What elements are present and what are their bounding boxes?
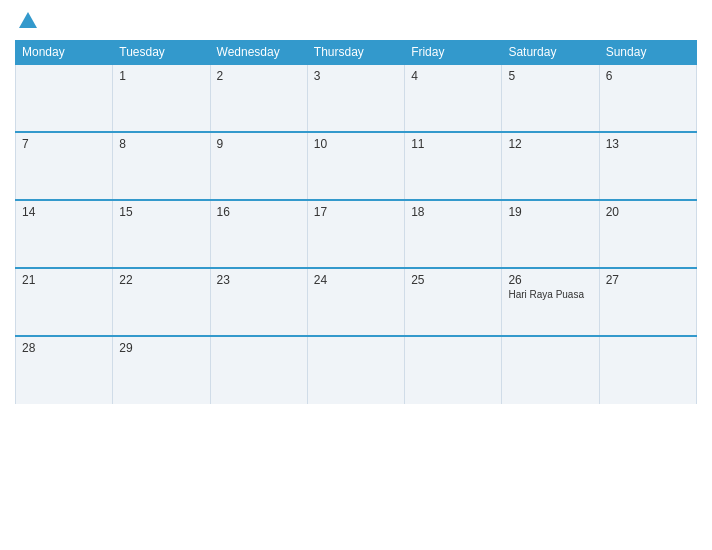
calendar-cell: 6	[599, 64, 696, 132]
calendar-cell: 8	[113, 132, 210, 200]
calendar-cell: 14	[16, 200, 113, 268]
day-number: 27	[606, 273, 690, 287]
day-number: 3	[314, 69, 398, 83]
calendar-cell: 1	[113, 64, 210, 132]
holiday-label: Hari Raya Puasa	[508, 289, 592, 300]
calendar-cell: 2	[210, 64, 307, 132]
day-number: 24	[314, 273, 398, 287]
calendar-cell: 9	[210, 132, 307, 200]
day-number: 7	[22, 137, 106, 151]
calendar-cell: 12	[502, 132, 599, 200]
day-number: 11	[411, 137, 495, 151]
logo	[15, 10, 39, 32]
calendar-cell: 23	[210, 268, 307, 336]
calendar-cell	[16, 64, 113, 132]
calendar-cell: 25	[405, 268, 502, 336]
calendar-week-row: 212223242526Hari Raya Puasa27	[16, 268, 697, 336]
calendar-cell: 19	[502, 200, 599, 268]
day-number: 22	[119, 273, 203, 287]
day-number: 5	[508, 69, 592, 83]
calendar-cell: 10	[307, 132, 404, 200]
calendar-cell: 29	[113, 336, 210, 404]
calendar-cell: 4	[405, 64, 502, 132]
day-number: 1	[119, 69, 203, 83]
calendar-table: MondayTuesdayWednesdayThursdayFridaySatu…	[15, 40, 697, 404]
calendar-cell: 17	[307, 200, 404, 268]
day-number: 12	[508, 137, 592, 151]
day-number: 13	[606, 137, 690, 151]
weekday-header-saturday: Saturday	[502, 41, 599, 65]
header	[15, 10, 697, 32]
day-number: 16	[217, 205, 301, 219]
calendar-week-row: 78910111213	[16, 132, 697, 200]
day-number: 9	[217, 137, 301, 151]
weekday-header-row: MondayTuesdayWednesdayThursdayFridaySatu…	[16, 41, 697, 65]
calendar-week-row: 123456	[16, 64, 697, 132]
day-number: 4	[411, 69, 495, 83]
calendar-body: 1234567891011121314151617181920212223242…	[16, 64, 697, 404]
day-number: 10	[314, 137, 398, 151]
calendar-cell: 5	[502, 64, 599, 132]
day-number: 20	[606, 205, 690, 219]
weekday-header-tuesday: Tuesday	[113, 41, 210, 65]
day-number: 21	[22, 273, 106, 287]
calendar-cell	[599, 336, 696, 404]
calendar-cell	[307, 336, 404, 404]
calendar-cell: 21	[16, 268, 113, 336]
logo-icon	[17, 10, 39, 32]
calendar-cell	[502, 336, 599, 404]
calendar-cell: 20	[599, 200, 696, 268]
day-number: 19	[508, 205, 592, 219]
calendar-cell	[405, 336, 502, 404]
day-number: 8	[119, 137, 203, 151]
calendar-cell: 7	[16, 132, 113, 200]
calendar-week-row: 14151617181920	[16, 200, 697, 268]
calendar-cell: 26Hari Raya Puasa	[502, 268, 599, 336]
day-number: 28	[22, 341, 106, 355]
calendar-cell: 3	[307, 64, 404, 132]
calendar-cell: 16	[210, 200, 307, 268]
calendar-page: MondayTuesdayWednesdayThursdayFridaySatu…	[0, 0, 712, 550]
day-number: 23	[217, 273, 301, 287]
day-number: 17	[314, 205, 398, 219]
calendar-cell: 24	[307, 268, 404, 336]
day-number: 18	[411, 205, 495, 219]
calendar-week-row: 2829	[16, 336, 697, 404]
day-number: 25	[411, 273, 495, 287]
day-number: 14	[22, 205, 106, 219]
calendar-cell: 27	[599, 268, 696, 336]
calendar-cell: 18	[405, 200, 502, 268]
day-number: 26	[508, 273, 592, 287]
calendar-cell: 11	[405, 132, 502, 200]
weekday-header-thursday: Thursday	[307, 41, 404, 65]
day-number: 2	[217, 69, 301, 83]
weekday-header-wednesday: Wednesday	[210, 41, 307, 65]
day-number: 29	[119, 341, 203, 355]
calendar-cell: 22	[113, 268, 210, 336]
calendar-header: MondayTuesdayWednesdayThursdayFridaySatu…	[16, 41, 697, 65]
weekday-header-sunday: Sunday	[599, 41, 696, 65]
weekday-header-monday: Monday	[16, 41, 113, 65]
day-number: 15	[119, 205, 203, 219]
calendar-cell: 28	[16, 336, 113, 404]
weekday-header-friday: Friday	[405, 41, 502, 65]
day-number: 6	[606, 69, 690, 83]
calendar-cell: 15	[113, 200, 210, 268]
calendar-cell	[210, 336, 307, 404]
calendar-cell: 13	[599, 132, 696, 200]
svg-marker-0	[19, 12, 37, 28]
